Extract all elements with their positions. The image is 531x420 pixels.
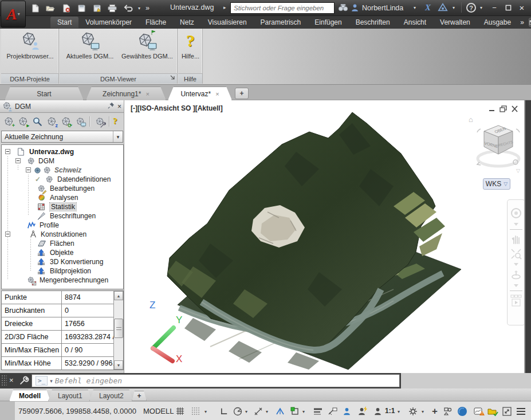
aktuelles-dgm-button[interactable]: Aktuelles DGM... <box>62 31 118 60</box>
undo-icon[interactable] <box>123 3 133 13</box>
undo-dropdown-icon[interactable]: ▾ <box>138 6 140 11</box>
plot-icon[interactable] <box>107 3 117 13</box>
window-minimize-button[interactable]: − <box>488 2 501 13</box>
save-icon[interactable] <box>76 3 86 13</box>
command-drag-handle[interactable] <box>1 375 7 387</box>
dgm-assign-icon[interactable]: ▸ <box>17 115 29 127</box>
new-layout-button[interactable]: + <box>132 391 147 401</box>
panel-title-hilfe[interactable]: Hilfe <box>178 73 202 84</box>
table-scrollbar[interactable]: ▲ ▼ <box>113 291 123 370</box>
dynamic-input-icon[interactable] <box>328 406 338 416</box>
ribbon-tab-beschriften[interactable]: Beschriften <box>349 17 397 28</box>
viewport-restore-icon[interactable] <box>499 105 507 114</box>
new-file-icon[interactable] <box>30 3 40 13</box>
showmotion-icon[interactable] <box>510 295 522 308</box>
palette-header[interactable]: DGM × <box>0 100 124 113</box>
steering-wheel-icon[interactable] <box>510 207 522 219</box>
tree-item-bildprojektion[interactable]: Bildprojektion <box>2 266 123 276</box>
dgm-zoom-icon[interactable] <box>31 115 43 127</box>
tree-expander[interactable] <box>5 149 10 154</box>
viewport-controls-label[interactable]: [-][ISO-Ansicht SO ][Aktuell] <box>131 104 223 112</box>
ribbon-tab-overflow-icon[interactable]: » <box>518 17 526 28</box>
tree-item-bearbeitungen[interactable]: Bearbeitungen <box>2 184 123 193</box>
dgm-viewer-icon[interactable] <box>74 115 86 127</box>
viewport-minimize-icon[interactable] <box>488 105 495 114</box>
search-binoculars-icon[interactable] <box>338 3 348 14</box>
scroll-thumb[interactable] <box>114 319 123 338</box>
projektbrowser-button[interactable]: Projektbrowser... <box>1 31 59 60</box>
application-menu-button[interactable]: A▾ <box>1 1 26 28</box>
zoom-extents-icon[interactable] <box>510 248 522 260</box>
layout-tab-layout1[interactable]: Layout1 <box>48 390 92 401</box>
command-history-dropdown-icon[interactable]: ▾ <box>50 378 53 384</box>
tab-close-icon[interactable]: × <box>215 91 219 97</box>
command-input-field[interactable]: >_ ▾ <box>32 374 400 387</box>
object-snap-tracking-icon[interactable] <box>253 406 263 416</box>
tree-item-3d-konvertierung[interactable]: 3D Konvertierung <box>2 257 123 266</box>
tree-item-analysen[interactable]: Analysen <box>2 193 123 202</box>
window-close-button[interactable]: × <box>516 2 528 13</box>
dgm-zvalues-icon[interactable]: z <box>45 115 57 127</box>
fullscreen-icon[interactable] <box>502 406 512 416</box>
file-tab-start[interactable]: Start <box>5 87 84 100</box>
palette-help-icon[interactable]: ? <box>113 116 117 126</box>
navigation-bar[interactable] <box>507 199 525 325</box>
isolate-objects-icon[interactable] <box>443 406 454 416</box>
table-row[interactable]: 2D/3D Fläche1693283.2874 / 21 <box>2 331 114 344</box>
ribbon-tab-netz[interactable]: Netz <box>173 17 201 28</box>
layout-tab-layout2[interactable]: Layout2 <box>89 390 133 401</box>
viewport-close-icon[interactable] <box>511 105 518 114</box>
model-space-button[interactable]: MODELL <box>143 407 174 415</box>
table-row[interactable]: Dreiecke17656 <box>2 317 114 331</box>
command-input[interactable] <box>55 376 399 385</box>
qat-overflow-icon[interactable]: » <box>145 4 150 12</box>
ribbon-tab-ausgabe[interactable]: Ausgabe <box>477 17 518 28</box>
ortho-mode-icon[interactable] <box>219 406 229 416</box>
a360-dropdown-icon[interactable]: ▾ <box>453 5 455 10</box>
graphics-performance-icon[interactable]: ! <box>473 406 483 416</box>
pan-hand-icon[interactable] <box>510 233 522 245</box>
orbit-icon[interactable] <box>510 269 522 281</box>
help-dropdown-icon[interactable]: ▾ <box>480 5 482 10</box>
table-row[interactable]: Min/Max Höhe532.9290 / 996.3686 <box>2 357 114 370</box>
ribbon-tab-volumenkoerper[interactable]: Volumenkörper <box>78 17 139 28</box>
command-close-icon[interactable]: × <box>9 376 14 384</box>
save-as-icon[interactable] <box>92 3 102 13</box>
grid-display-icon[interactable] <box>175 406 185 416</box>
dgm-refresh-icon[interactable]: ⟳ <box>60 115 72 127</box>
snap-dropdown-icon[interactable]: ▾ <box>204 409 207 414</box>
command-wrench-icon[interactable] <box>19 375 29 387</box>
gewaehltes-dgm-button[interactable]: Gewähltes DGM... <box>119 31 175 60</box>
table-row[interactable]: Punkte8874 <box>2 291 114 304</box>
annotation-scale-icon[interactable] <box>372 406 383 416</box>
hilfe-button[interactable]: ? Hilfe... <box>178 31 203 60</box>
snap-mode-icon[interactable] <box>190 406 200 416</box>
coordinates-display[interactable]: 759097.5606, 199858.4458, 0.0000 <box>18 407 136 415</box>
signin-user-name[interactable]: NorbertLinda <box>362 4 403 12</box>
tree-item-dgm[interactable]: DGM <box>2 156 123 166</box>
panel-title-dgm-projekte[interactable]: DGM-Projekte <box>1 73 58 84</box>
tree-item-objekte[interactable]: Objekte <box>2 248 123 257</box>
ribbon-tab-einfuegen[interactable]: Einfügen <box>308 17 348 28</box>
search-input[interactable] <box>230 2 335 14</box>
combobox-dropdown-icon[interactable]: ▾ <box>113 131 123 142</box>
layout-tab-modell[interactable]: Modell <box>9 390 50 401</box>
ribbon-tab-start[interactable]: Start <box>50 17 78 28</box>
ribbon-tab-verwalten[interactable]: Verwalten <box>433 17 477 28</box>
customization-menu-icon[interactable] <box>516 406 526 416</box>
dgm-tools-icon[interactable] <box>93 115 105 127</box>
ribbon-minimize-button[interactable]: ▾ <box>529 18 531 27</box>
exchange-apps-icon[interactable]: X <box>425 3 431 13</box>
polar-tracking-icon[interactable] <box>233 406 243 416</box>
tree-item-beschriftungen[interactable]: Beschriftungen <box>2 211 123 221</box>
help-icon[interactable]: ? <box>466 3 476 13</box>
annotation-autoscale-icon[interactable] <box>356 406 367 416</box>
annotation-visibility-icon[interactable] <box>341 406 352 416</box>
workspace-dropdown-icon[interactable]: ▾ <box>422 409 424 414</box>
panel-title-dgm-viewer[interactable]: DGM-Viewer <box>60 73 177 84</box>
navbar-dropdown-icon[interactable] <box>514 284 518 287</box>
osnap-dropdown-icon[interactable]: ▾ <box>302 409 305 414</box>
tree-item-profile[interactable]: Profile <box>2 221 123 230</box>
table-row[interactable]: Bruchkanten0 <box>2 304 114 317</box>
scroll-up-button[interactable]: ▲ <box>114 291 123 300</box>
